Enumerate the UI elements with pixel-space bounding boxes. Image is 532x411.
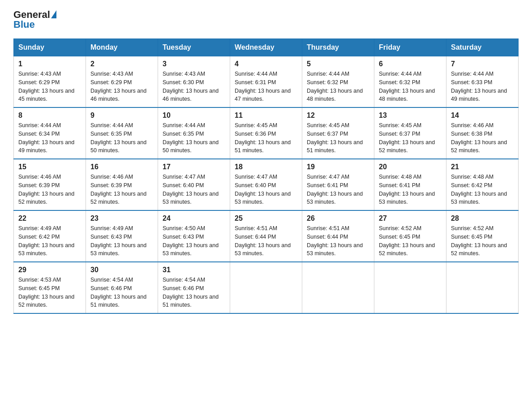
calendar-cell: 18Sunrise: 4:47 AMSunset: 6:40 PMDayligh… (230, 159, 302, 210)
day-info: Sunrise: 4:43 AMSunset: 6:30 PMDaylight:… (163, 70, 225, 103)
logo-triangle-icon (51, 10, 56, 18)
day-number: 19 (307, 163, 369, 171)
day-number: 18 (235, 163, 297, 171)
day-number: 17 (163, 163, 225, 171)
day-number: 14 (451, 111, 514, 120)
calendar-header-sunday: Sunday (14, 39, 86, 56)
calendar-cell: 29Sunrise: 4:53 AMSunset: 6:45 PMDayligh… (14, 262, 86, 313)
day-info: Sunrise: 4:51 AMSunset: 6:44 PMDaylight:… (307, 224, 369, 258)
day-number: 31 (163, 266, 225, 274)
calendar-cell: 24Sunrise: 4:50 AMSunset: 6:43 PMDayligh… (158, 210, 230, 262)
calendar-cell: 2Sunrise: 4:43 AMSunset: 6:29 PMDaylight… (86, 56, 158, 108)
day-info: Sunrise: 4:49 AMSunset: 6:43 PMDaylight:… (90, 224, 153, 258)
day-info: Sunrise: 4:54 AMSunset: 6:46 PMDaylight:… (163, 276, 225, 309)
day-number: 15 (18, 163, 81, 171)
day-number: 4 (235, 60, 297, 68)
calendar-cell: 21Sunrise: 4:48 AMSunset: 6:42 PMDayligh… (446, 159, 519, 210)
day-number: 5 (307, 60, 369, 68)
day-number: 25 (235, 214, 297, 223)
calendar-week-row: 22Sunrise: 4:49 AMSunset: 6:42 PMDayligh… (14, 210, 519, 262)
day-info: Sunrise: 4:48 AMSunset: 6:41 PMDaylight:… (379, 173, 442, 206)
day-number: 1 (18, 60, 81, 68)
calendar-cell: 19Sunrise: 4:47 AMSunset: 6:41 PMDayligh… (302, 159, 374, 210)
day-number: 12 (307, 111, 369, 120)
calendar-cell: 16Sunrise: 4:46 AMSunset: 6:39 PMDayligh… (86, 159, 158, 210)
calendar-cell: 23Sunrise: 4:49 AMSunset: 6:43 PMDayligh… (86, 210, 158, 262)
day-number: 27 (379, 214, 442, 223)
day-number: 16 (90, 163, 153, 171)
calendar-cell (302, 262, 374, 313)
day-info: Sunrise: 4:44 AMSunset: 6:34 PMDaylight:… (18, 121, 81, 155)
day-info: Sunrise: 4:45 AMSunset: 6:36 PMDaylight:… (235, 121, 297, 155)
day-number: 10 (163, 111, 225, 120)
day-info: Sunrise: 4:47 AMSunset: 6:40 PMDaylight:… (163, 173, 225, 206)
calendar-week-row: 1Sunrise: 4:43 AMSunset: 6:29 PMDaylight… (14, 56, 519, 108)
calendar-cell: 3Sunrise: 4:43 AMSunset: 6:30 PMDaylight… (158, 56, 230, 108)
calendar-cell: 4Sunrise: 4:44 AMSunset: 6:31 PMDaylight… (230, 56, 302, 108)
day-info: Sunrise: 4:52 AMSunset: 6:45 PMDaylight:… (451, 224, 514, 258)
day-info: Sunrise: 4:52 AMSunset: 6:45 PMDaylight:… (379, 224, 442, 258)
calendar-cell: 26Sunrise: 4:51 AMSunset: 6:44 PMDayligh… (302, 210, 374, 262)
calendar-cell: 30Sunrise: 4:54 AMSunset: 6:46 PMDayligh… (86, 262, 158, 313)
logo-blue-text: Blue (13, 19, 35, 30)
day-number: 20 (379, 163, 442, 171)
day-info: Sunrise: 4:44 AMSunset: 6:33 PMDaylight:… (451, 70, 514, 103)
day-info: Sunrise: 4:43 AMSunset: 6:29 PMDaylight:… (90, 70, 153, 103)
day-info: Sunrise: 4:51 AMSunset: 6:44 PMDaylight:… (235, 224, 297, 258)
calendar-table: SundayMondayTuesdayWednesdayThursdayFrid… (13, 39, 519, 314)
calendar-cell: 8Sunrise: 4:44 AMSunset: 6:34 PMDaylight… (14, 107, 86, 159)
calendar-cell: 31Sunrise: 4:54 AMSunset: 6:46 PMDayligh… (158, 262, 230, 313)
calendar-header-saturday: Saturday (446, 39, 519, 56)
day-number: 29 (18, 266, 81, 274)
day-info: Sunrise: 4:49 AMSunset: 6:42 PMDaylight:… (18, 224, 81, 258)
day-info: Sunrise: 4:43 AMSunset: 6:29 PMDaylight:… (18, 70, 81, 103)
calendar-cell (230, 262, 302, 313)
calendar-week-row: 15Sunrise: 4:46 AMSunset: 6:39 PMDayligh… (14, 159, 519, 210)
day-number: 2 (90, 60, 153, 68)
day-info: Sunrise: 4:44 AMSunset: 6:31 PMDaylight:… (235, 70, 297, 103)
calendar-cell: 20Sunrise: 4:48 AMSunset: 6:41 PMDayligh… (374, 159, 446, 210)
day-number: 8 (18, 111, 81, 120)
day-info: Sunrise: 4:44 AMSunset: 6:35 PMDaylight:… (90, 121, 153, 155)
calendar-week-row: 8Sunrise: 4:44 AMSunset: 6:34 PMDaylight… (14, 107, 519, 159)
day-info: Sunrise: 4:44 AMSunset: 6:32 PMDaylight:… (307, 70, 369, 103)
calendar-cell: 9Sunrise: 4:44 AMSunset: 6:35 PMDaylight… (86, 107, 158, 159)
calendar-cell: 7Sunrise: 4:44 AMSunset: 6:33 PMDaylight… (446, 56, 519, 108)
calendar-header-row: SundayMondayTuesdayWednesdayThursdayFrid… (14, 39, 519, 56)
day-info: Sunrise: 4:47 AMSunset: 6:41 PMDaylight:… (307, 173, 369, 206)
page-header: General Blue (13, 9, 519, 30)
calendar-cell: 13Sunrise: 4:45 AMSunset: 6:37 PMDayligh… (374, 107, 446, 159)
calendar-header-friday: Friday (374, 39, 446, 56)
calendar-cell: 1Sunrise: 4:43 AMSunset: 6:29 PMDaylight… (14, 56, 86, 108)
day-info: Sunrise: 4:50 AMSunset: 6:43 PMDaylight:… (163, 224, 225, 258)
day-info: Sunrise: 4:46 AMSunset: 6:39 PMDaylight:… (18, 173, 81, 206)
day-info: Sunrise: 4:44 AMSunset: 6:35 PMDaylight:… (163, 121, 225, 155)
day-number: 22 (18, 214, 81, 223)
day-number: 7 (451, 60, 514, 68)
calendar-cell: 15Sunrise: 4:46 AMSunset: 6:39 PMDayligh… (14, 159, 86, 210)
calendar-cell (446, 262, 519, 313)
day-info: Sunrise: 4:47 AMSunset: 6:40 PMDaylight:… (235, 173, 297, 206)
day-number: 9 (90, 111, 153, 120)
day-info: Sunrise: 4:44 AMSunset: 6:32 PMDaylight:… (379, 70, 442, 103)
calendar-cell: 11Sunrise: 4:45 AMSunset: 6:36 PMDayligh… (230, 107, 302, 159)
day-info: Sunrise: 4:45 AMSunset: 6:37 PMDaylight:… (307, 121, 369, 155)
calendar-cell (374, 262, 446, 313)
calendar-header-thursday: Thursday (302, 39, 374, 56)
day-number: 11 (235, 111, 297, 120)
calendar-cell: 5Sunrise: 4:44 AMSunset: 6:32 PMDaylight… (302, 56, 374, 108)
day-number: 6 (379, 60, 442, 68)
calendar-cell: 17Sunrise: 4:47 AMSunset: 6:40 PMDayligh… (158, 159, 230, 210)
calendar-cell: 25Sunrise: 4:51 AMSunset: 6:44 PMDayligh… (230, 210, 302, 262)
calendar-week-row: 29Sunrise: 4:53 AMSunset: 6:45 PMDayligh… (14, 262, 519, 313)
calendar-cell: 6Sunrise: 4:44 AMSunset: 6:32 PMDaylight… (374, 56, 446, 108)
day-info: Sunrise: 4:48 AMSunset: 6:42 PMDaylight:… (451, 173, 514, 206)
calendar-header-wednesday: Wednesday (230, 39, 302, 56)
calendar-cell: 28Sunrise: 4:52 AMSunset: 6:45 PMDayligh… (446, 210, 519, 262)
calendar-cell: 14Sunrise: 4:46 AMSunset: 6:38 PMDayligh… (446, 107, 519, 159)
day-number: 3 (163, 60, 225, 68)
day-number: 23 (90, 214, 153, 223)
calendar-cell: 10Sunrise: 4:44 AMSunset: 6:35 PMDayligh… (158, 107, 230, 159)
calendar-header-tuesday: Tuesday (158, 39, 230, 56)
day-info: Sunrise: 4:46 AMSunset: 6:39 PMDaylight:… (90, 173, 153, 206)
